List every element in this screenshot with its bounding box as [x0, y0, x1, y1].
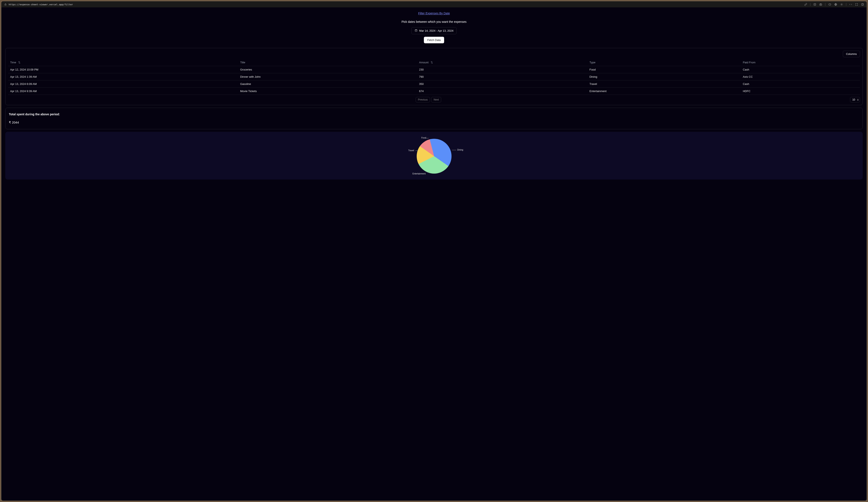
column-header-title[interactable]: Title: [238, 59, 417, 66]
date-range-picker[interactable]: Mar 14, 2024 - Apr 13, 2024: [411, 27, 457, 34]
devtools-icon[interactable]: [849, 3, 852, 6]
cell-title: Groceries: [238, 66, 417, 73]
column-header-time[interactable]: Time ⇅: [8, 59, 238, 66]
page-title-link[interactable]: Filter Expenses By Date: [418, 12, 450, 15]
chart-card: FoodDiningEntertainmentTravel: [5, 132, 863, 180]
pie-chart: FoodDiningEntertainmentTravel: [398, 136, 470, 176]
folder-icon[interactable]: [828, 3, 831, 6]
table-row: Apr 12, 2024 10:09 PMGroceries230FoodCas…: [8, 66, 860, 73]
total-label: Total spent during the above period:: [9, 113, 859, 116]
cell-time: Apr 13, 2024 1:39 AM: [8, 73, 238, 81]
sort-icon: ⇅: [431, 61, 433, 64]
separator: [810, 3, 810, 6]
cell-time: Apr 13, 2024 9:39 AM: [8, 88, 238, 95]
cell-title: Dinner with John: [238, 73, 417, 81]
columns-button[interactable]: Columns: [843, 51, 860, 57]
app-window: https://expense-sheet-viewer.vercel.app/…: [1, 1, 867, 501]
table-row: Apr 13, 2024 6:09 AMGasoline350TravelCas…: [8, 81, 860, 88]
cell-title: Gasoline: [238, 81, 417, 88]
separator: [846, 3, 846, 6]
previous-button[interactable]: Previous: [416, 97, 430, 102]
page-size-value: 10: [852, 98, 855, 101]
leader-line: [415, 151, 418, 151]
cell-amount: 790: [417, 73, 587, 81]
page-subheading: Pick dates between which you want the ex…: [3, 20, 865, 23]
cell-type: Entertainment: [587, 88, 741, 95]
leader-line: [428, 172, 430, 172]
column-header-type[interactable]: Type: [587, 59, 741, 66]
column-header-paid-from[interactable]: Paid From: [741, 59, 860, 66]
cell-paid_from: Axis CC: [741, 73, 860, 81]
stepper-icon: ▴▾: [857, 99, 858, 101]
lock-icon: [4, 3, 7, 6]
chart-label: Food: [421, 137, 426, 139]
link-icon[interactable]: [804, 3, 807, 6]
browser-titlebar: https://expense-sheet-viewer.vercel.app/…: [1, 1, 867, 7]
column-header-amount[interactable]: Amount ⇅: [417, 59, 587, 66]
page-content: Filter Expenses By Date Pick dates betwe…: [1, 7, 867, 501]
chart-label: Travel: [408, 149, 414, 152]
globe-icon[interactable]: [834, 3, 837, 6]
svg-point-6: [841, 4, 842, 5]
cell-amount: 230: [417, 66, 587, 73]
download-icon[interactable]: [813, 3, 816, 6]
column-header-label: Time: [10, 61, 16, 64]
chart-label: Dining: [457, 149, 463, 151]
total-value: ₹ 2044: [9, 121, 859, 124]
fetch-data-button[interactable]: Fetch Data: [424, 37, 444, 43]
cell-amount: 674: [417, 88, 587, 95]
expenses-table: Time ⇅ Title Amount ⇅ Type Paid From Apr…: [8, 59, 860, 95]
cell-paid_from: HDFC: [741, 88, 860, 95]
svg-rect-2: [820, 4, 822, 6]
table-row: Apr 13, 2024 1:39 AMDinner with John790D…: [8, 73, 860, 81]
svg-rect-4: [829, 4, 831, 5]
next-button[interactable]: Next: [431, 97, 441, 102]
calendar-icon: [415, 29, 417, 32]
address-bar-url[interactable]: https://expense-sheet-viewer.vercel.app/…: [9, 3, 73, 6]
cell-type: Dining: [587, 73, 741, 81]
cell-type: Food: [587, 66, 741, 73]
sort-icon: ⇅: [18, 61, 20, 64]
cell-title: Movie Tickets: [238, 88, 417, 95]
svg-point-3: [820, 4, 821, 5]
leader-line: [452, 150, 456, 150]
expand-icon[interactable]: [855, 3, 858, 6]
settings-icon[interactable]: [840, 3, 843, 6]
cell-time: Apr 13, 2024 6:09 AM: [8, 81, 238, 88]
cell-amount: 350: [417, 81, 587, 88]
cell-paid_from: Cash: [741, 66, 860, 73]
panel-icon[interactable]: [861, 3, 864, 6]
cell-paid_from: Cash: [741, 81, 860, 88]
column-header-label: Amount: [419, 61, 428, 64]
cell-type: Travel: [587, 81, 741, 88]
camera-icon[interactable]: [819, 3, 822, 6]
svg-rect-0: [5, 4, 6, 6]
expenses-table-card: Columns Time ⇅ Title Amount ⇅ Type: [5, 48, 863, 105]
chart-label: Entertainment: [412, 173, 425, 175]
svg-rect-7: [861, 3, 864, 5]
cell-time: Apr 12, 2024 10:09 PM: [8, 66, 238, 73]
table-row: Apr 13, 2024 9:39 AMMovie Tickets674Ente…: [8, 88, 860, 95]
date-range-label: Mar 14, 2024 - Apr 13, 2024: [419, 29, 453, 32]
table-pager: Previous Next 10 ▴▾: [8, 97, 860, 102]
table-header-row: Time ⇅ Title Amount ⇅ Type Paid From: [8, 59, 860, 66]
total-card: Total spent during the above period: ₹ 2…: [5, 108, 863, 129]
page-size-select[interactable]: 10 ▴▾: [850, 97, 860, 102]
svg-rect-8: [415, 30, 417, 31]
